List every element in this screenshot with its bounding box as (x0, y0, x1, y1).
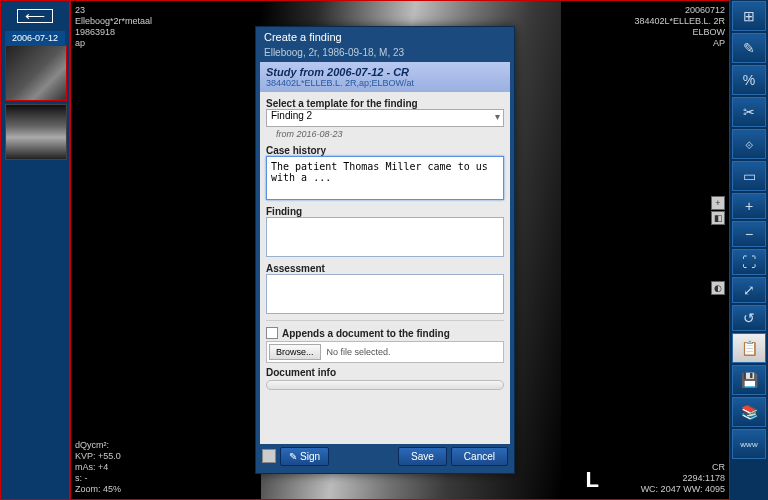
tool-fullscreen-icon[interactable]: ⛶ (732, 249, 766, 275)
tool-undo-icon[interactable]: ↺ (732, 305, 766, 331)
save-button[interactable]: Save (398, 447, 447, 466)
thumbnail-1[interactable] (5, 45, 67, 101)
laterality-marker: L (586, 467, 599, 493)
pen-icon: ✎ (289, 451, 297, 462)
overlay-bottom-left: dQycm²: KVP: +55.0 mAs: +4 s: - Zoom: 45… (75, 440, 121, 495)
tool-rect-icon[interactable]: ▭ (732, 161, 766, 191)
docinfo-progress (266, 380, 504, 390)
assessment-input[interactable] (266, 274, 504, 314)
tool-save-icon[interactable]: 💾 (732, 365, 766, 395)
tool-clipboard-icon[interactable]: 📋 (732, 333, 766, 363)
no-file-label: No file selected. (327, 347, 391, 357)
thumb-date: 2006-07-12 (5, 31, 65, 45)
tool-crop-icon[interactable]: ✂ (732, 97, 766, 127)
sign-checkbox[interactable] (262, 449, 276, 463)
tool-zoom-out-icon[interactable]: − (732, 221, 766, 247)
case-history-input[interactable] (266, 156, 504, 200)
finding-input[interactable] (266, 217, 504, 257)
attachment-icon (266, 327, 278, 339)
tool-stack-icon[interactable]: 📚 (732, 397, 766, 427)
template-select[interactable]: Finding 2 (266, 109, 504, 127)
tool-layout-icon[interactable]: ⊞ (732, 1, 766, 31)
dialog-footer: ✎Sign Save Cancel (260, 443, 510, 469)
mini-box-icon[interactable]: ◧ (711, 211, 725, 225)
mini-plus-icon[interactable]: + (711, 196, 725, 210)
tool-www-icon[interactable]: www (732, 429, 766, 459)
mini-contrast-icon[interactable]: ◐ (711, 281, 725, 295)
browse-button[interactable]: Browse... (269, 344, 321, 360)
dialog-patient-info: Elleboog, 2r, 1986-09-18, M, 23 (256, 47, 514, 62)
overlay-bottom-right: CR 2294:1178 WC: 2047 WW: 4095 (641, 462, 725, 495)
template-date: from 2016-08-23 (266, 127, 504, 141)
file-chooser: Browse... No file selected. (266, 341, 504, 363)
thumbnail-2[interactable] (5, 104, 67, 160)
assessment-label: Assessment (266, 263, 504, 274)
tool-percent-icon[interactable]: % (732, 65, 766, 95)
tool-zoom-in-icon[interactable]: + (732, 193, 766, 219)
attach-label: Appends a document to the finding (282, 328, 450, 339)
create-finding-dialog: Create a finding Elleboog, 2r, 1986-09-1… (255, 26, 515, 474)
docinfo-label: Document info (266, 367, 504, 378)
overlay-top-right: 20060712 384402L*ELLEB.L. 2R ELBOW AP (634, 5, 725, 49)
right-toolbar: ⊞ ✎ % ✂ ⟐ ▭ + − ⛶ ⤢ ↺ 📋 💾 📚 www (730, 0, 768, 500)
back-button[interactable]: ⟵ (17, 9, 53, 23)
finding-label: Finding (266, 206, 504, 217)
sign-button[interactable]: ✎Sign (280, 447, 329, 466)
tool-measure-icon[interactable]: ⟐ (732, 129, 766, 159)
case-history-label: Case history (266, 145, 504, 156)
dialog-title: Create a finding (256, 27, 514, 47)
thumbnail-sidebar: ⟵ 2006-07-12 (0, 0, 70, 500)
cancel-button[interactable]: Cancel (451, 447, 508, 466)
overlay-top-left: 23 Elleboog*2r*metaal 19863918 ap (75, 5, 152, 49)
tool-fit-icon[interactable]: ⤢ (732, 277, 766, 303)
tool-pencil-icon[interactable]: ✎ (732, 33, 766, 63)
study-header: Study from 2006-07-12 - CR 384402L*ELLEB… (260, 62, 510, 92)
template-label: Select a template for the finding (266, 98, 504, 109)
